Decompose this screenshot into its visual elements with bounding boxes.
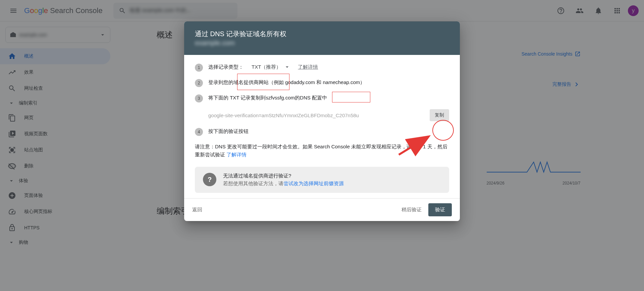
- step-3-domain: szfvssfg.com: [266, 94, 295, 102]
- dialog-title: 通过 DNS 记录验证域名所有权: [195, 29, 449, 39]
- annotation-redbox: [332, 92, 370, 102]
- step-number: 1: [195, 64, 203, 72]
- back-button[interactable]: 返回: [192, 207, 202, 213]
- step-2: 2 登录到您的域名提供商网站（例如 godaddy.com 和 namechea…: [195, 78, 449, 87]
- record-type-dropdown[interactable]: TXT（推荐）: [252, 63, 290, 71]
- modal-overlay: 通过 DNS 记录验证域名所有权 example.com 1 选择记录类型： T…: [0, 0, 644, 291]
- step-1-label: 选择记录类型：: [208, 63, 244, 71]
- step-number: 4: [195, 128, 203, 136]
- step-4-text: 按下面的验证按钮: [208, 127, 249, 135]
- verify-later-button[interactable]: 稍后验证: [401, 207, 422, 213]
- step-3-mid: 的: [295, 94, 300, 102]
- step-1: 1 选择记录类型： TXT（推荐） 了解详情: [195, 63, 449, 72]
- step-4: 4 按下面的验证按钮: [195, 127, 449, 136]
- info-desc: 若想使用其他验证方法，请尝试改为选择网址前缀资源: [223, 180, 344, 187]
- txt-record-row: 复制: [208, 109, 449, 121]
- step-number: 2: [195, 79, 203, 87]
- note-learn-more-link[interactable]: 了解详情: [226, 152, 247, 157]
- dialog-footer: 返回 稍后验证 验证: [184, 198, 460, 221]
- switch-to-url-prefix-link[interactable]: 尝试改为选择网址前缀资源: [283, 180, 344, 186]
- dialog-subtitle: example.com: [195, 39, 235, 47]
- note-text: 请注意：DNS 更改可能要过一段时间才会生效。如果 Search Console…: [195, 143, 449, 159]
- verify-button[interactable]: 验证: [428, 203, 452, 216]
- step-2-text: 登录到您的域名提供商网站（例如 godaddy.com 和 namecheap.…: [208, 78, 365, 86]
- dialog-header: 通过 DNS 记录验证域名所有权 example.com: [184, 21, 460, 55]
- step-3-suffix: DNS 配置中: [300, 94, 327, 102]
- copy-button[interactable]: 复制: [430, 109, 449, 121]
- question-icon: ?: [203, 173, 216, 186]
- chevron-down-icon: [284, 64, 290, 70]
- step-3: 3 将下面的 TXT 记录复制到 szfvssfg.com 的 DNS 配置中: [195, 94, 449, 102]
- step-number: 3: [195, 94, 203, 102]
- step-3-prefix: 将下面的 TXT 记录复制到: [208, 94, 266, 102]
- txt-record-input[interactable]: [208, 113, 428, 118]
- info-title: 无法通过域名提供商进行验证?: [223, 173, 344, 179]
- verify-domain-dialog: 通过 DNS 记录验证域名所有权 example.com 1 选择记录类型： T…: [184, 21, 460, 221]
- info-box: ? 无法通过域名提供商进行验证? 若想使用其他验证方法，请尝试改为选择网址前缀资…: [195, 167, 449, 193]
- learn-more-link[interactable]: 了解详情: [298, 63, 318, 71]
- record-type-value: TXT（推荐）: [252, 63, 281, 71]
